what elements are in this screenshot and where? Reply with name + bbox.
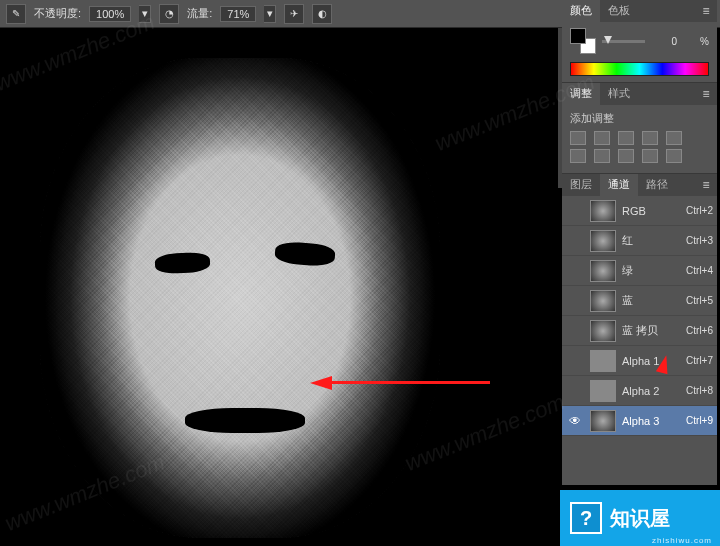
brightness-slider[interactable]: [602, 40, 645, 43]
channel-shortcut: Ctrl+4: [686, 265, 713, 276]
channel-thumb: [590, 230, 616, 252]
adjustments-panel: 添加调整: [562, 105, 717, 174]
channel-name: 蓝: [622, 293, 686, 308]
mask-scribble: [185, 408, 305, 433]
channel-name: 蓝 拷贝: [622, 323, 686, 338]
adjust-panel-tabs: 调整 样式 ≡: [562, 83, 717, 105]
mask-scribble: [274, 241, 335, 267]
channel-row[interactable]: Alpha 1Ctrl+7: [562, 346, 717, 376]
channel-row[interactable]: 蓝Ctrl+5: [562, 286, 717, 316]
channel-thumb: [590, 290, 616, 312]
hue-strip[interactable]: [570, 62, 709, 76]
opacity-field[interactable]: 100%: [89, 6, 131, 22]
opacity-dropdown[interactable]: ▾: [139, 5, 151, 23]
pressure-size-icon[interactable]: ◐: [312, 4, 332, 24]
channel-shortcut: Ctrl+7: [686, 355, 713, 366]
brand-text: 知识屋: [610, 505, 670, 532]
color-panel: 0 %: [562, 22, 717, 83]
opacity-label: 不透明度:: [34, 6, 81, 21]
channel-thumb: [590, 260, 616, 282]
adjust-bw-icon[interactable]: [594, 149, 610, 163]
panel-menu-icon[interactable]: ≡: [695, 174, 717, 196]
fg-bg-swatch[interactable]: [570, 28, 596, 54]
flow-field[interactable]: 71%: [220, 6, 256, 22]
right-panel-dock: 颜色 色板 ≡ 0 % 调整 样式 ≡ 添加调整: [562, 0, 717, 485]
channel-name: RGB: [622, 205, 686, 217]
channel-row[interactable]: 红Ctrl+3: [562, 226, 717, 256]
visibility-toggle-icon[interactable]: 👁: [566, 414, 584, 428]
brush-preset-icon[interactable]: ✎: [6, 4, 26, 24]
channel-shortcut: Ctrl+5: [686, 295, 713, 306]
tab-color[interactable]: 颜色: [562, 0, 600, 22]
airbrush-icon[interactable]: ✈: [284, 4, 304, 24]
channel-shortcut: Ctrl+2: [686, 205, 713, 216]
channel-row[interactable]: 蓝 拷贝Ctrl+6: [562, 316, 717, 346]
adjust-brightness-icon[interactable]: [570, 131, 586, 145]
slider-value: 0: [651, 36, 677, 47]
image-canvas[interactable]: [0, 28, 475, 546]
channel-name: Alpha 3: [622, 415, 686, 427]
tab-swatches[interactable]: 色板: [600, 0, 638, 22]
adjust-exposure-icon[interactable]: [642, 131, 658, 145]
face-mask-preview: [40, 58, 440, 538]
panel-menu-icon[interactable]: ≡: [695, 0, 717, 22]
panel-menu-icon[interactable]: ≡: [695, 83, 717, 105]
adjust-hue-icon[interactable]: [570, 149, 586, 163]
adjust-levels-icon[interactable]: [594, 131, 610, 145]
mask-scribble: [155, 252, 211, 275]
tab-paths[interactable]: 路径: [638, 174, 676, 196]
brand-url: zhishiwu.com: [652, 536, 712, 545]
adjust-colorlookup-icon[interactable]: [666, 149, 682, 163]
channel-shortcut: Ctrl+3: [686, 235, 713, 246]
channel-thumb: [590, 320, 616, 342]
adjust-curves-icon[interactable]: [618, 131, 634, 145]
channel-shortcut: Ctrl+6: [686, 325, 713, 336]
tab-channels[interactable]: 通道: [600, 174, 638, 196]
color-panel-tabs: 颜色 色板 ≡: [562, 0, 717, 22]
channel-name: 红: [622, 233, 686, 248]
channels-panel-tabs: 图层 通道 路径 ≡: [562, 174, 717, 196]
channel-thumb: [590, 350, 616, 372]
tab-styles[interactable]: 样式: [600, 83, 638, 105]
tab-layers[interactable]: 图层: [562, 174, 600, 196]
flow-label: 流量:: [187, 6, 212, 21]
canvas[interactable]: [0, 28, 558, 546]
channel-thumb: [590, 410, 616, 432]
pressure-opacity-icon[interactable]: ◔: [159, 4, 179, 24]
tab-adjustments[interactable]: 调整: [562, 83, 600, 105]
slider-unit: %: [683, 36, 709, 47]
adjust-vibrance-icon[interactable]: [666, 131, 682, 145]
brand-icon: ?: [570, 502, 602, 534]
adjust-label: 添加调整: [570, 111, 709, 126]
adjust-chanmix-icon[interactable]: [642, 149, 658, 163]
brand-badge: ? 知识屋 zhishiwu.com: [560, 490, 720, 546]
adjust-photofilter-icon[interactable]: [618, 149, 634, 163]
channel-shortcut: Ctrl+8: [686, 385, 713, 396]
channel-row[interactable]: Alpha 2Ctrl+8: [562, 376, 717, 406]
channel-name: Alpha 2: [622, 385, 686, 397]
channel-shortcut: Ctrl+9: [686, 415, 713, 426]
channel-thumb: [590, 380, 616, 402]
channel-name: Alpha 1: [622, 355, 686, 367]
channel-name: 绿: [622, 263, 686, 278]
channel-row[interactable]: RGBCtrl+2: [562, 196, 717, 226]
flow-dropdown[interactable]: ▾: [264, 5, 276, 23]
channels-panel: RGBCtrl+2红Ctrl+3绿Ctrl+4蓝Ctrl+5蓝 拷贝Ctrl+6…: [562, 196, 717, 485]
channel-row[interactable]: 👁Alpha 3Ctrl+9: [562, 406, 717, 436]
channel-row[interactable]: 绿Ctrl+4: [562, 256, 717, 286]
channel-list: RGBCtrl+2红Ctrl+3绿Ctrl+4蓝Ctrl+5蓝 拷贝Ctrl+6…: [562, 196, 717, 485]
channel-thumb: [590, 200, 616, 222]
